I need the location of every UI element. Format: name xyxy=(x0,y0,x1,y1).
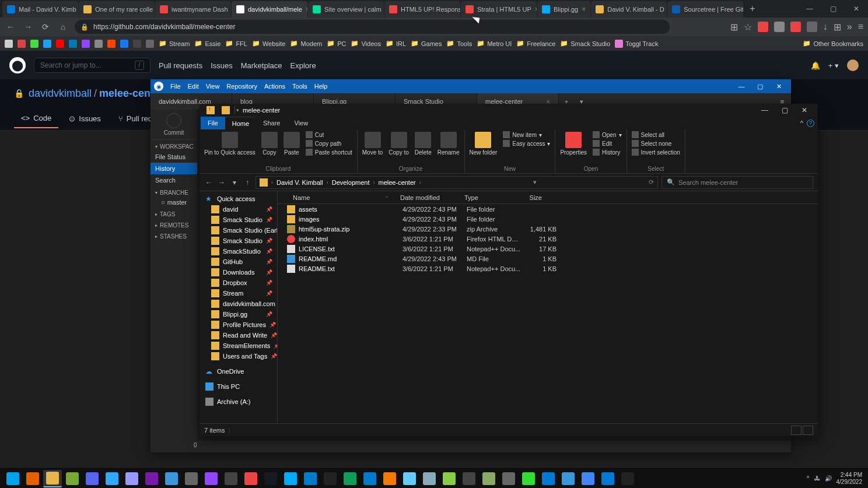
file-row[interactable]: README.txt3/6/2022 1:21 PMNotepad++ Docu… xyxy=(278,264,818,273)
taskbar-app9[interactable] xyxy=(460,470,478,487)
bookmark[interactable] xyxy=(18,40,26,48)
taskbar-app6[interactable] xyxy=(281,470,300,487)
taskbar-app11[interactable] xyxy=(499,470,518,487)
bookmark-folder[interactable]: Stream xyxy=(159,40,190,47)
close-icon[interactable]: × xyxy=(306,5,307,13)
nav-pinned-item[interactable]: david📌 xyxy=(200,204,277,215)
bookmark-folder[interactable]: Metro UI xyxy=(477,40,512,47)
nav-pinned-item[interactable]: Downloads📌 xyxy=(200,267,277,278)
menu-tools[interactable]: Tools xyxy=(292,83,307,90)
file-row[interactable]: html5up-strata.zip4/29/2022 2:33 PMzip A… xyxy=(278,224,818,234)
taskbar-app14[interactable] xyxy=(559,470,578,487)
bookmark-folder[interactable]: Games xyxy=(411,40,442,47)
delete-button[interactable]: Delete xyxy=(414,131,433,157)
file-row[interactable]: README.md4/29/2022 2:43 PMMD File1 KB xyxy=(278,254,818,264)
menu-view[interactable]: View xyxy=(206,83,220,90)
bookmark[interactable] xyxy=(56,40,64,48)
taskbar-app8[interactable] xyxy=(440,470,459,487)
taskbar-app4[interactable] xyxy=(222,470,240,487)
breadcrumb[interactable]: melee-center xyxy=(376,179,418,186)
bookmark[interactable] xyxy=(5,40,13,48)
explorer-search-input[interactable]: 🔍 Search melee-center xyxy=(662,176,813,189)
easy-access-button[interactable]: Easy access ▾ xyxy=(502,139,551,148)
nav-pinned-item[interactable]: Profile Pictures📌 xyxy=(200,320,277,330)
nav-pinned-item[interactable]: davidvkimball.com📌 xyxy=(200,299,277,309)
bookmark-folder[interactable]: Modem xyxy=(290,40,322,47)
taskbar-photoshop[interactable] xyxy=(103,470,121,487)
nav-explore[interactable]: Explore xyxy=(290,61,316,70)
nav-pinned-item[interactable]: Smack Studio📌 xyxy=(200,215,277,225)
bookmark-folder[interactable]: FFL xyxy=(225,40,247,47)
taskbar-app15[interactable] xyxy=(598,470,617,487)
sidebar-history[interactable]: History xyxy=(150,163,197,174)
history-button[interactable]: History xyxy=(592,148,622,156)
bookmark-folder[interactable]: Freelance xyxy=(516,40,555,47)
file-row[interactable]: LICENSE.txt3/6/2022 1:21 PMNotepad++ Doc… xyxy=(278,244,818,254)
recent-icon[interactable]: ▾ xyxy=(230,178,239,187)
stashes-section[interactable]: STASHES xyxy=(150,230,197,241)
sidebar-file-status[interactable]: File Status xyxy=(150,151,197,163)
network-icon[interactable]: 🖧 xyxy=(814,475,820,482)
bookmark-folder[interactable]: Essie xyxy=(194,40,220,47)
github-logo-icon[interactable]: ⬤ xyxy=(9,57,26,73)
bookmark[interactable] xyxy=(82,40,90,48)
close-icon[interactable]: ✕ xyxy=(794,106,814,114)
breadcrumb[interactable]: Development xyxy=(330,179,372,186)
extension-icon[interactable] xyxy=(774,22,785,32)
repo-owner-link[interactable]: davidvkimball xyxy=(29,87,92,100)
forward-icon[interactable]: → xyxy=(22,22,34,31)
bookmark-folder[interactable]: Tools xyxy=(446,40,472,47)
ribbon-tab-share[interactable]: Share xyxy=(256,117,287,129)
up-icon[interactable]: ↑ xyxy=(243,178,252,187)
back-icon[interactable]: ← xyxy=(5,22,16,31)
menu-edit[interactable]: Edit xyxy=(188,83,199,90)
extension-icon[interactable] xyxy=(758,22,768,32)
taskbar-app13[interactable] xyxy=(539,470,558,487)
taskbar-onenote[interactable] xyxy=(142,470,161,487)
taskbar-terminal[interactable] xyxy=(618,470,637,487)
copy-to-button[interactable]: Copy to xyxy=(387,131,410,157)
apps-icon[interactable]: ⊞ xyxy=(730,22,738,33)
star-icon[interactable]: ☆ xyxy=(744,22,752,33)
bookmark[interactable] xyxy=(94,40,103,48)
commit-button[interactable]: Commit xyxy=(154,113,194,136)
bookmark-folder[interactable]: PC xyxy=(327,40,346,47)
close-icon[interactable]: × xyxy=(535,5,537,13)
thumbnails-view-icon[interactable] xyxy=(803,426,813,435)
taskbar-app5[interactable] xyxy=(242,470,260,487)
taskbar-chrome[interactable] xyxy=(579,470,597,487)
nav-issues[interactable]: Issues xyxy=(211,61,233,70)
paste-shortcut-button[interactable]: Paste shortcut xyxy=(304,148,354,156)
rename-button[interactable]: Rename xyxy=(436,131,461,157)
bookmark-folder[interactable]: IRL xyxy=(386,40,406,47)
refresh-icon[interactable]: ⟳ xyxy=(40,22,51,31)
file-row[interactable]: assets4/29/2022 2:43 PMFile folder xyxy=(278,204,818,214)
browser-tab[interactable]: Site overview | calm× xyxy=(308,1,384,17)
tab-issues[interactable]: ⊙Issues xyxy=(62,110,108,128)
collapse-ribbon-icon[interactable]: ^ xyxy=(800,120,803,127)
workspace-section[interactable]: WORKSPAC xyxy=(150,140,197,151)
browser-tab[interactable]: Strata | HTML5 UP× xyxy=(461,1,537,17)
nav-pinned-item[interactable]: Smack Studio📌 xyxy=(200,236,277,246)
close-icon[interactable]: ✕ xyxy=(770,83,788,90)
bookmark-folder[interactable]: Videos xyxy=(351,40,380,47)
maximize-icon[interactable]: ▢ xyxy=(751,83,769,90)
url-input[interactable]: 🔒 https://github.com/davidvkimball/melee… xyxy=(75,20,670,34)
bookmark[interactable] xyxy=(146,40,154,48)
maximize-icon[interactable]: ▢ xyxy=(821,0,845,17)
bookmark[interactable] xyxy=(133,40,141,48)
select-all-button[interactable]: Select all xyxy=(631,131,681,139)
pin-quick-access-button[interactable]: Pin to Quick access xyxy=(203,131,257,157)
browser-tab[interactable]: davidvkimball/mele× xyxy=(232,1,307,17)
move-to-button[interactable]: Move to xyxy=(361,131,384,157)
nav-marketplace[interactable]: Marketplace xyxy=(241,61,282,70)
close-icon[interactable]: ✕ xyxy=(845,0,868,17)
nav-pinned-item[interactable]: Blippi.gg📌 xyxy=(200,309,277,320)
quick-access[interactable]: ★Quick access xyxy=(200,194,277,204)
explorer-titlebar[interactable]: ▾ melee-center — ▢ ✕ xyxy=(200,104,818,117)
home-icon[interactable]: ⌂ xyxy=(57,22,69,31)
tray-overflow-icon[interactable]: ^ xyxy=(807,475,810,482)
bookmark-folder[interactable]: Website xyxy=(252,40,286,47)
nav-pinned-item[interactable]: GitHub📌 xyxy=(200,257,277,267)
bookmark[interactable] xyxy=(30,40,38,48)
